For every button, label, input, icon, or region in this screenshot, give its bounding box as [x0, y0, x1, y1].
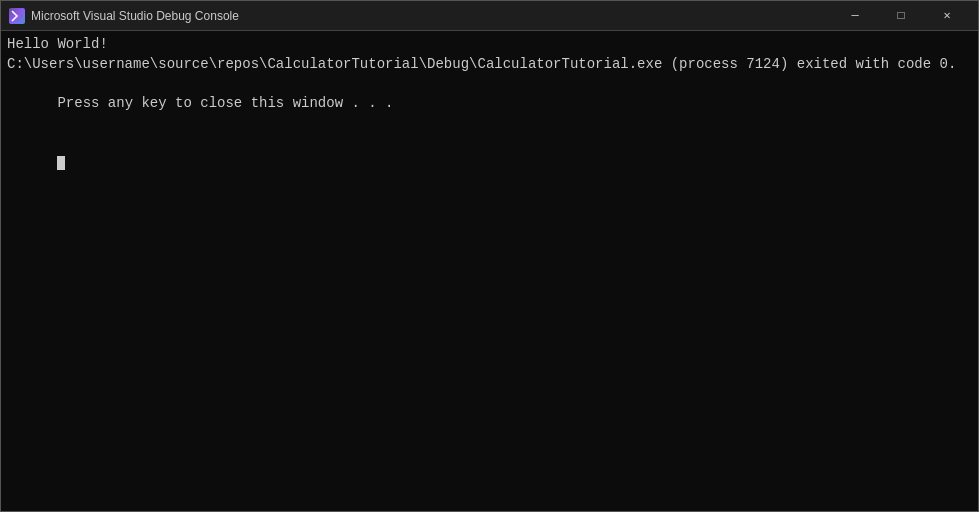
console-output: Hello World! C:\Users\username\source\re… — [1, 31, 978, 511]
cursor-blink — [57, 156, 65, 170]
maximize-button[interactable]: □ — [878, 1, 924, 31]
app-icon — [9, 8, 25, 24]
titlebar: Microsoft Visual Studio Debug Console ─ … — [1, 1, 978, 31]
console-line-4: Press any key to close this window . . . — [7, 74, 972, 133]
console-line-1: Hello World! — [7, 35, 972, 55]
window-controls: ─ □ ✕ — [832, 1, 970, 31]
minimize-button[interactable]: ─ — [832, 1, 878, 31]
window-title: Microsoft Visual Studio Debug Console — [31, 9, 832, 23]
app-window: Microsoft Visual Studio Debug Console ─ … — [0, 0, 979, 512]
close-button[interactable]: ✕ — [924, 1, 970, 31]
console-cursor-line — [7, 133, 972, 192]
console-line-3: C:\Users\username\source\repos\Calculato… — [7, 55, 972, 75]
